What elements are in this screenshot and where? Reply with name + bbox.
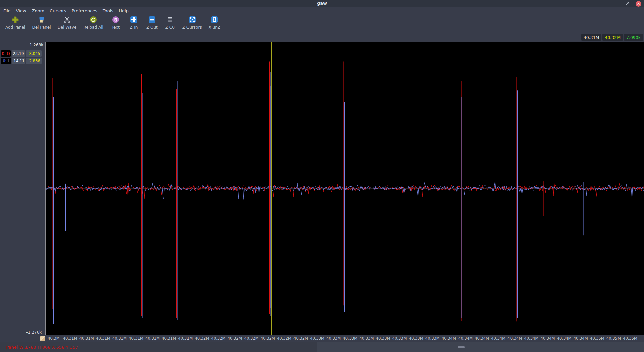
menu-tools[interactable]: Tools: [102, 8, 117, 14]
del-panel-button[interactable]: Del Panel: [29, 15, 54, 30]
add-panel-icon: [12, 16, 19, 23]
tool-label: Add Panel: [5, 25, 25, 30]
x-tick-label: 40.32M: [228, 336, 242, 341]
close-icon: ✕: [637, 2, 640, 6]
axis-note-icon[interactable]: [40, 336, 45, 341]
tool-label: Del Wave: [58, 25, 77, 30]
del-panel-icon: [38, 16, 45, 23]
del-wave-button[interactable]: Del Wave: [54, 15, 80, 30]
x-tick-label: 40.34M: [574, 336, 588, 341]
x-tick-label: 40.34M: [557, 336, 572, 341]
signal-row: 0: I-14.11-2.836: [1, 58, 45, 64]
gaw-window: gaw ✕ FileViewZoomCursorsPreferencesTool…: [0, 0, 644, 352]
measure-cursor-1[interactable]: [271, 42, 272, 335]
close-button[interactable]: ✕: [636, 1, 641, 7]
x-tick-label: 40.33M: [409, 336, 423, 341]
signal-cursor1-value: -2.836: [26, 58, 42, 64]
status-message-area: Panel W 1783 H 868 X 558 Y 357: [0, 342, 317, 352]
zoom-c0-icon: [166, 16, 174, 23]
menubar: FileViewZoomCursorsPreferencesToolsHelp: [0, 7, 644, 14]
minimize-icon: [614, 2, 618, 6]
titlebar: gaw ✕: [0, 0, 644, 7]
measure-cursor-0[interactable]: [178, 42, 178, 335]
cursor0-readout: 40.31M: [581, 34, 602, 41]
z-cursors-button[interactable]: Z Cursors: [179, 15, 205, 30]
restore-button[interactable]: [624, 1, 630, 7]
x-unz-button[interactable]: 1X unZ: [205, 15, 224, 30]
x-tick-label: 40.32M: [211, 336, 226, 341]
zoom-cursors-icon: [189, 16, 196, 23]
menu-preferences[interactable]: Preferences: [71, 8, 101, 14]
z-c0-button[interactable]: Z C0: [161, 15, 179, 30]
menu-file[interactable]: File: [3, 8, 14, 14]
text-icon: [112, 16, 119, 23]
x-tick-label: 40.31M: [79, 336, 94, 341]
tool-label: Z Cursors: [182, 25, 202, 30]
cursor-readout-strip: 40.31M40.32M7.090k: [0, 33, 644, 42]
z-out-button[interactable]: Z Out: [143, 15, 161, 30]
x-tick-label: 40.33M: [359, 336, 374, 341]
signal-name-button[interactable]: 0: Q: [1, 50, 11, 57]
waveform-canvas[interactable]: [46, 42, 644, 335]
x-tick-label: 40.33M: [343, 336, 357, 341]
x-tick-label: 40.33M: [392, 336, 407, 341]
x-tick-label: 40.31M: [96, 336, 110, 341]
signal-cursor0-value: -14.11: [12, 58, 25, 64]
z-in-button[interactable]: Z In: [125, 15, 143, 30]
signal-row: 0: Q23.19-8.045: [1, 50, 45, 57]
y-max-label: 1.268k: [0, 43, 45, 47]
cursor1-readout: 40.32M: [602, 34, 623, 41]
window-title: gaw: [0, 1, 644, 6]
x-unzoom-icon: 1: [211, 16, 218, 23]
x-tick-label: 40.34M: [541, 336, 555, 341]
cursor-delta-readout: 7.090k: [624, 34, 643, 41]
x-tick-label: 40.31M: [129, 336, 143, 341]
x-tick-label: 40.34M: [442, 336, 456, 341]
menu-view[interactable]: View: [15, 8, 30, 14]
x-tick-label: 40.33M: [326, 336, 341, 341]
x-tick-label: 40.35M: [623, 336, 637, 341]
menu-cursors[interactable]: Cursors: [49, 8, 70, 14]
x-tick-label: 40.33M: [425, 336, 440, 341]
del-wave-icon: [63, 16, 71, 23]
wave-row: 1.268k 0: Q23.19-8.0450: I-14.11-2.836 -…: [0, 42, 644, 335]
x-tick-label: 40.32M: [277, 336, 291, 341]
toolbar: Add PanelDel PanelDel WaveReload AllText…: [0, 14, 644, 33]
text-button[interactable]: Text: [107, 15, 125, 30]
add-panel-button[interactable]: Add Panel: [2, 15, 29, 30]
minimize-button[interactable]: [613, 1, 619, 7]
waveform-panel[interactable]: [45, 42, 644, 335]
status-text: Panel W 1783 H 868 X 558 Y 357: [6, 345, 78, 350]
x-tick-label: 40.34M: [458, 336, 473, 341]
signal-name-button[interactable]: 0: I: [1, 58, 11, 64]
zoom-in-icon: [130, 16, 138, 23]
x-tick-label: 40.31M: [162, 336, 176, 341]
x-tick-label: 40.3M: [48, 336, 60, 341]
reload-all-button[interactable]: Reload All: [80, 15, 107, 30]
menu-help[interactable]: Help: [118, 8, 132, 14]
main-area: 1.268k 0: Q23.19-8.0450: I-14.11-2.836 -…: [0, 42, 644, 342]
tool-label: Z In: [130, 25, 138, 30]
x-tick-label: 40.32M: [244, 336, 259, 341]
tool-label: Reload All: [83, 25, 103, 30]
tool-label: Z Out: [146, 25, 158, 30]
x-tick-label: 40.32M: [261, 336, 275, 341]
statusbar: Panel W 1783 H 868 X 558 Y 357: [0, 342, 644, 352]
restore-icon: [625, 2, 629, 6]
x-tick-label: 40.34M: [475, 336, 489, 341]
x-tick-label: 40.35M: [590, 336, 604, 341]
tool-label: Z C0: [165, 25, 175, 30]
x-tick-label: 40.32M: [293, 336, 308, 341]
x-tick-label: 40.34M: [507, 336, 522, 341]
menu-zoom[interactable]: Zoom: [31, 8, 48, 14]
x-axis: 40.3M40.31M40.31M40.31M40.31M40.31M40.31…: [0, 335, 644, 342]
scrollbar-thumb[interactable]: [458, 346, 465, 348]
tool-label: X unZ: [209, 25, 220, 30]
x-tick-label: 40.31M: [112, 336, 127, 341]
zoom-out-icon: [148, 16, 156, 23]
svg-text:1: 1: [213, 18, 216, 22]
horizontal-scrollbar[interactable]: [317, 342, 644, 352]
x-tick-label: 40.31M: [63, 336, 77, 341]
signal-cursor1-value: -8.045: [26, 50, 42, 57]
x-tick-label: 40.32M: [195, 336, 209, 341]
